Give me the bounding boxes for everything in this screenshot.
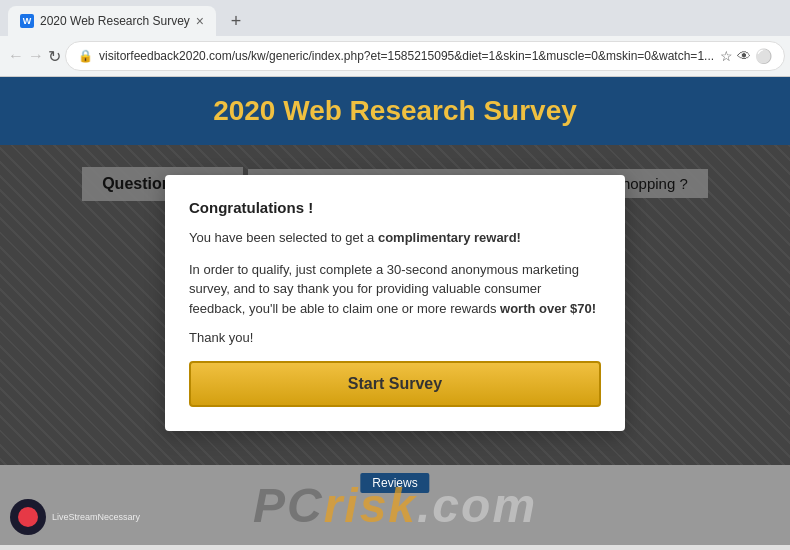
modal-paragraph2: In order to qualify, just complete a 30-… (189, 260, 601, 319)
account-icon[interactable]: ⚪ (755, 48, 772, 64)
modal-p2-bold: worth over $70! (500, 301, 596, 316)
lock-icon: 🔒 (78, 49, 93, 63)
back-button[interactable]: ← (8, 41, 24, 71)
active-tab[interactable]: W 2020 Web Research Survey × (8, 6, 216, 36)
pcrisk-com: .com (417, 479, 537, 532)
tab-title: 2020 Web Research Survey (40, 14, 190, 28)
modal-dialog: Congratulations ! You have been selected… (165, 175, 625, 431)
modal-paragraph1: You have been selected to get a complime… (189, 228, 601, 248)
new-tab-button[interactable]: + (222, 7, 250, 35)
camera-icon[interactable]: 👁 (737, 48, 751, 64)
website-content: 2020 Web Research Survey Question 1 of 5… (0, 77, 790, 550)
modal-p1-bold: complimentary reward! (378, 230, 521, 245)
modal-congrats: Congratulations ! (189, 199, 601, 216)
nav-bar: ← → ↻ 🔒 visitorfeedback2020.com/us/kw/ge… (0, 36, 790, 76)
forward-button[interactable]: → (28, 41, 44, 71)
pcrisk-pc: PC (253, 479, 324, 532)
tab-close-button[interactable]: × (196, 14, 204, 28)
address-text: visitorfeedback2020.com/us/kw/generic/in… (99, 49, 714, 63)
site-title: 2020 Web Research Survey (0, 95, 790, 127)
site-body: Question 1 of 5: How often do you use th… (0, 145, 790, 545)
tab-bar: W 2020 Web Research Survey × + (0, 0, 790, 36)
pcrisk-risk: risk (324, 479, 417, 532)
star-icon[interactable]: ☆ (720, 48, 733, 64)
livestream-logo-inner (18, 507, 38, 527)
livestream-badge: LiveStreamNecessary (10, 499, 140, 535)
reload-button[interactable]: ↻ (48, 41, 61, 71)
browser-chrome: W 2020 Web Research Survey × + ← → ↻ 🔒 v… (0, 0, 790, 77)
start-survey-button[interactable]: Start Survey (189, 361, 601, 407)
modal-thanks: Thank you! (189, 330, 601, 345)
pcrisk-text: PCrisk.com (253, 478, 537, 533)
livestream-label: LiveStreamNecessary (52, 512, 140, 522)
livestream-logo (10, 499, 46, 535)
tab-favicon: W (20, 14, 34, 28)
modal-p1-start: You have been selected to get a (189, 230, 378, 245)
site-footer: Reviews PCrisk.com LiveStreamNecessary (0, 465, 790, 545)
address-bar[interactable]: 🔒 visitorfeedback2020.com/us/kw/generic/… (65, 41, 785, 71)
site-header: 2020 Web Research Survey (0, 77, 790, 145)
